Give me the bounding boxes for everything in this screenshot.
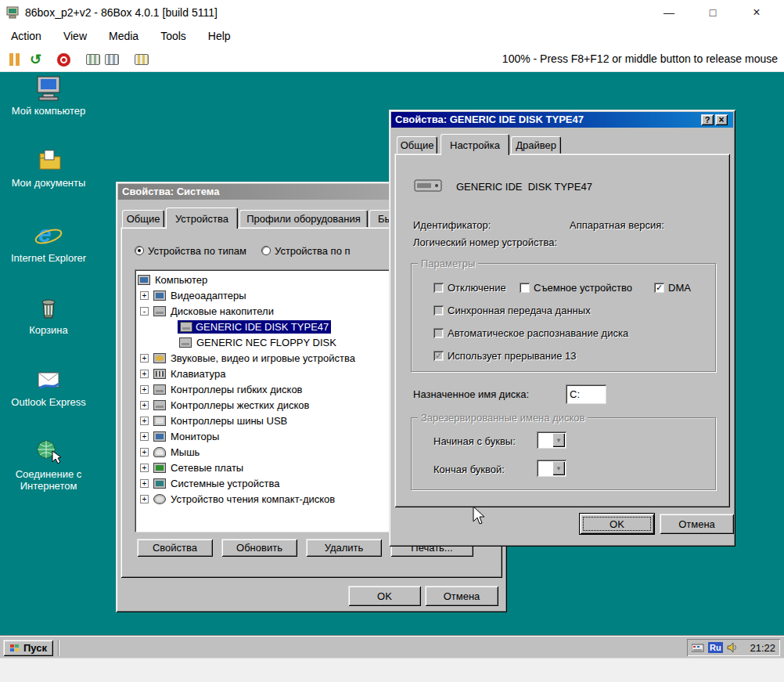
internet-explorer-icon: e	[34, 222, 63, 249]
dma-checkbox[interactable]: ✓	[654, 283, 664, 293]
sync-transfer-checkbox	[433, 305, 444, 316]
expand-icon[interactable]: +	[140, 448, 149, 456]
removable-checkbox[interactable]	[520, 283, 530, 293]
desktop-icon-label: Мой компьютер	[5, 105, 92, 117]
sync-transfer-checkbox-label: Синхронная передача данных	[448, 305, 591, 316]
menu-view[interactable]: View	[52, 25, 98, 47]
system-cancel-button[interactable]: Отмена	[425, 586, 498, 606]
end-letter-dropdown: ▼	[537, 460, 566, 477]
maximize-button[interactable]: □	[691, 0, 735, 25]
radio-devices-by-connection[interactable]	[261, 246, 271, 255]
volume-icon[interactable]	[727, 642, 739, 653]
reserved-names-group: Зарезервированные имена дисков Начиная с…	[411, 417, 716, 490]
ctrl-alt-del-icon[interactable]	[86, 54, 100, 65]
mouse-icon	[153, 447, 166, 457]
tab-nastroyka[interactable]: Настройка	[441, 134, 509, 155]
my-documents-icon	[34, 147, 63, 174]
tree-item-label: Контроллеры жестких дисков	[171, 399, 309, 411]
desktop-icon-internet-explorer[interactable]: e Internet Explorer	[5, 222, 92, 264]
tree-item-label: Системные устройства	[171, 478, 279, 489]
pause-icon[interactable]	[9, 53, 13, 66]
tree-item-label: Мониторы	[171, 431, 219, 442]
int13-checkbox-label: Использует прерывание 13	[448, 350, 577, 362]
start-button[interactable]: Пуск	[3, 640, 53, 656]
expand-icon[interactable]: +	[140, 464, 149, 472]
host-window-title: 86box_p2+v2 - 86Box 4.0.1 [build 5111]	[25, 0, 218, 25]
tree-item-label: Устройство чтения компакт-дисков	[171, 493, 335, 505]
logical-number-label: Логический номер устройства:	[413, 236, 557, 248]
expand-icon[interactable]: +	[140, 417, 149, 425]
expand-icon[interactable]: +	[140, 401, 149, 410]
expand-icon[interactable]: +	[140, 291, 149, 300]
pause-icon[interactable]	[16, 53, 20, 66]
expand-icon[interactable]: +	[140, 385, 149, 394]
tab-drayver[interactable]: Драйвер	[511, 136, 561, 153]
disk-drive-icon	[180, 322, 192, 332]
start-button-label: Пуск	[23, 642, 47, 654]
disable-checkbox-label: Отключение	[448, 282, 506, 294]
system-ok-button[interactable]: OK	[348, 586, 421, 606]
chevron-down-icon: ▼	[552, 461, 565, 475]
tree-item-label: Видеоадаптеры	[171, 290, 246, 301]
radio-label: Устройства по п	[275, 245, 351, 257]
taskbar-divider	[58, 640, 59, 656]
close-button[interactable]: ×	[735, 0, 779, 25]
outlook-express-icon	[34, 366, 63, 393]
menu-media[interactable]: Media	[98, 25, 149, 47]
my-computer-icon	[34, 75, 63, 102]
properties-button[interactable]: Свойства	[137, 539, 213, 557]
power-icon[interactable]	[57, 53, 70, 67]
tab-obshchie[interactable]: Общие	[122, 210, 164, 227]
desktop-icon-my-computer[interactable]: Мой компьютер	[5, 75, 92, 117]
reserved-names-group-label: Зарезервированные имена дисков	[418, 412, 588, 424]
ctrl-alt-esc-icon[interactable]	[105, 54, 119, 65]
menu-tools[interactable]: Tools	[149, 25, 197, 47]
tab-ustroystva[interactable]: Устройства	[166, 207, 238, 229]
collapse-icon[interactable]: -	[140, 307, 149, 316]
hdd-controller-icon	[153, 400, 166, 410]
menu-help[interactable]: Help	[197, 25, 242, 47]
expand-icon[interactable]: +	[140, 432, 149, 441]
remove-button[interactable]: Удалить	[306, 539, 382, 557]
keyboard-layout-icon[interactable]	[692, 642, 704, 653]
disk-cancel-button[interactable]: Отмена	[660, 514, 734, 534]
disk-device-icon	[413, 177, 444, 196]
parameters-group: Параметры Отключение Съемное устройство …	[411, 263, 716, 372]
monitor-icon	[153, 431, 166, 442]
radio-devices-by-type[interactable]	[135, 246, 144, 255]
tab-profili[interactable]: Профили оборудования	[239, 210, 368, 227]
help-icon[interactable]: ?	[701, 114, 714, 125]
clock[interactable]: 21:22	[750, 642, 775, 654]
minimize-button[interactable]: —	[647, 0, 691, 25]
tree-item-label: Контроллеры шины USB	[171, 415, 287, 427]
disk-ok-button[interactable]: OK	[580, 514, 654, 534]
desktop-icon-outlook-express[interactable]: Outlook Express	[5, 366, 92, 408]
host-toolbar: ↺ 100% - Press F8+F12 or middle button t…	[0, 47, 784, 72]
tree-item-label: Мышь	[171, 446, 200, 458]
selected-device[interactable]: GENERIC IDE DISK TYPE47	[178, 320, 331, 334]
windows-logo-icon	[9, 644, 20, 653]
desktop-icon-internet-connection[interactable]: Соединение с Интернетом	[5, 438, 92, 492]
settings-icon[interactable]	[135, 54, 149, 65]
expand-icon[interactable]: +	[140, 479, 149, 488]
floppy-drive-icon	[179, 337, 192, 348]
hard-reset-icon[interactable]: ↺	[30, 51, 41, 68]
drive-letter-input[interactable]	[566, 384, 606, 404]
desktop-icon-my-documents[interactable]: Мои документы	[5, 147, 92, 189]
toolbar-status-text: 100% - Press F8+F12 or middle button to …	[502, 47, 778, 71]
tree-item-label: Клавиатура	[171, 368, 225, 380]
disk-dialog-titlebar[interactable]: Свойства: GENERIC IDE DISK TYPE47	[391, 112, 733, 128]
menu-action[interactable]: Action	[0, 25, 52, 47]
close-icon[interactable]: ×	[715, 114, 728, 125]
disk-drives-icon	[153, 306, 166, 316]
desktop-icon-label: Мои документы	[5, 177, 92, 189]
tab-obshchie[interactable]: Общие	[397, 136, 437, 153]
expand-icon[interactable]: +	[140, 495, 149, 503]
language-indicator[interactable]: Ru	[708, 642, 723, 653]
expand-icon[interactable]: +	[140, 370, 149, 378]
desktop-icon-recycle-bin[interactable]: Корзина	[5, 294, 92, 336]
system-device-icon	[153, 478, 166, 489]
desktop-icon-label: Корзина	[5, 324, 92, 336]
expand-icon[interactable]: +	[140, 354, 149, 363]
refresh-button[interactable]: Обновить	[221, 539, 297, 557]
